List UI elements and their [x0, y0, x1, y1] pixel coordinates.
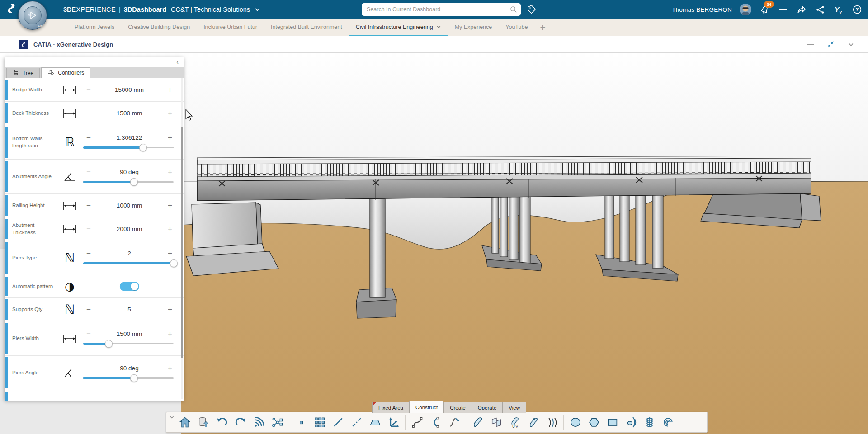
controller-value[interactable]: 2000 mm [95, 226, 164, 232]
toolbar-tab-fixed-area[interactable]: Fixed Area [372, 402, 409, 413]
controller-value[interactable]: 90 deg [95, 169, 164, 175]
controller-value[interactable]: 1500 mm [95, 330, 164, 337]
incr-piers-width-button[interactable]: + [164, 330, 176, 339]
slider-knob[interactable] [130, 178, 138, 186]
decr-piers-angle-button[interactable]: − [82, 364, 95, 373]
uv-surface-button[interactable]: U V [505, 413, 524, 431]
help-button[interactable]: ? [852, 4, 863, 15]
slider-knob[interactable] [170, 259, 178, 267]
polygon-button[interactable] [585, 413, 603, 431]
brand-title[interactable]: 3DEXPERIENCE | 3DDashboard CC&T | Techni… [63, 0, 260, 19]
abutments-angle-slider[interactable] [83, 178, 174, 186]
controller-value[interactable]: 1000 mm [95, 202, 164, 209]
incr-piers-type-button[interactable]: + [164, 249, 176, 258]
offset-surface-button[interactable] [524, 413, 542, 431]
incr-abutments-angle-button[interactable]: + [164, 168, 176, 177]
tag-icon[interactable] [526, 4, 537, 14]
dashboard-tab-youtube[interactable]: YouTube [499, 19, 534, 36]
blend-surface-button[interactable] [487, 413, 505, 431]
axis-line-button[interactable] [347, 413, 366, 431]
decr-deck-thickness-button[interactable]: − [82, 109, 95, 118]
incr-supports-qty-button[interactable]: + [164, 305, 176, 314]
scrollbar-thumb[interactable] [181, 127, 183, 358]
chevron-down-icon[interactable] [254, 6, 260, 13]
project-curve-button[interactable] [622, 413, 640, 431]
controller-value[interactable]: 1500 mm [95, 110, 164, 117]
incr-bottom-walls-length-ratio-button[interactable]: + [164, 133, 176, 142]
incr-railing-height-button[interactable]: + [164, 201, 176, 210]
arc-button[interactable] [426, 413, 445, 431]
connect-curve-button[interactable] [445, 413, 463, 431]
controller-value[interactable]: 2 [95, 250, 164, 257]
toolbar-collapse-icon[interactable] [169, 414, 175, 422]
toolbar-tab-create[interactable]: Create [443, 402, 472, 413]
slider-knob[interactable] [105, 340, 113, 348]
slider-knob[interactable] [139, 144, 147, 151]
point-button[interactable] [292, 413, 310, 431]
plane-button[interactable] [366, 413, 384, 431]
toolbar-tab-construct[interactable]: Construct [409, 401, 443, 413]
toolbar-tab-operate[interactable]: Operate [472, 402, 503, 413]
controller-value[interactable]: 1.306122 [95, 134, 164, 141]
add-button[interactable] [778, 4, 788, 15]
decr-bottom-walls-length-ratio-button[interactable]: − [82, 133, 95, 142]
panel-tab-tree[interactable]: Tree [6, 68, 40, 78]
decr-piers-width-button[interactable]: − [82, 330, 95, 339]
spiral-button[interactable] [659, 413, 677, 431]
circle-button[interactable] [566, 413, 585, 431]
point-grid-button[interactable] [310, 413, 329, 431]
share-button[interactable] [796, 4, 807, 15]
collapse-chevron-icon[interactable] [848, 41, 854, 48]
panel-tab-controllers[interactable]: Controllers [41, 67, 90, 78]
graph-3d-button[interactable] [268, 413, 287, 431]
incr-piers-angle-button[interactable]: + [164, 364, 176, 373]
3d-compass[interactable]: 3D i V.R ☺ [18, 1, 47, 30]
undo-button[interactable] [212, 413, 231, 431]
automatic-pattern-toggle[interactable] [120, 282, 139, 291]
avatar[interactable] [740, 4, 751, 15]
user-name[interactable]: Thomas BERGERON [672, 6, 732, 13]
panel-collapse-icon[interactable]: ‹ [176, 58, 179, 66]
home-button[interactable] [175, 413, 194, 431]
controller-value[interactable]: 15000 mm [95, 86, 164, 93]
swym-button[interactable]: Y y [833, 4, 844, 15]
bottom-walls-length-ratio-slider[interactable] [83, 144, 174, 151]
panel-scrollbar[interactable] [181, 78, 183, 399]
dashboard-tab-civil-infrastructure-engineering[interactable]: Civil Infrastructure Engineering [349, 19, 448, 36]
toolbar-tab-view[interactable]: View [502, 402, 526, 413]
redo-button[interactable] [231, 413, 250, 431]
notifications-button[interactable]: 34 [759, 4, 770, 15]
decr-abutment-thickness-button[interactable]: − [82, 225, 95, 234]
minimize-icon[interactable] [807, 44, 814, 45]
fit-view-icon[interactable] [826, 40, 835, 49]
dashboard-tab-inclusive-urban-futur[interactable]: Inclusive Urban Futur [197, 19, 264, 36]
decr-railing-height-button[interactable]: − [82, 201, 95, 210]
axis-system-button[interactable] [384, 413, 403, 431]
line-button[interactable] [329, 413, 347, 431]
add-dashboard-button[interactable]: + [534, 19, 551, 36]
piers-type-slider[interactable] [83, 259, 174, 267]
controller-value[interactable]: 90 deg [95, 365, 164, 372]
dashboard-tab-my-experience[interactable]: My Experience [448, 19, 499, 36]
controller-value[interactable]: 5 [95, 306, 164, 313]
stream-button[interactable] [250, 413, 268, 431]
incr-abutment-thickness-button[interactable]: + [164, 225, 176, 234]
decr-supports-qty-button[interactable]: − [82, 305, 95, 314]
decr-abutments-angle-button[interactable]: − [82, 168, 95, 177]
data-save-button[interactable] [194, 413, 212, 431]
helix-button[interactable] [640, 413, 659, 431]
search-input[interactable] [362, 3, 521, 16]
incr-bridge-width-button[interactable]: + [164, 85, 176, 94]
decr-bridge-width-button[interactable]: − [82, 85, 95, 94]
rectangle-button[interactable] [603, 413, 622, 431]
incr-deck-thickness-button[interactable]: + [164, 109, 176, 118]
piers-width-slider[interactable] [83, 340, 174, 348]
slider-knob[interactable] [130, 374, 138, 382]
dashboard-tab-integrated-built-environment[interactable]: Integrated Built Environment [264, 19, 349, 36]
collaborate-button[interactable] [815, 4, 826, 15]
dashboard-tab-creative-building-design[interactable]: Creative Building Design [121, 19, 197, 36]
decr-piers-type-button[interactable]: − [82, 249, 95, 258]
search-icon[interactable] [509, 5, 518, 14]
piers-angle-slider[interactable] [83, 374, 174, 382]
dashboard-tab-platform-jewels[interactable]: Platform Jewels [68, 19, 121, 36]
